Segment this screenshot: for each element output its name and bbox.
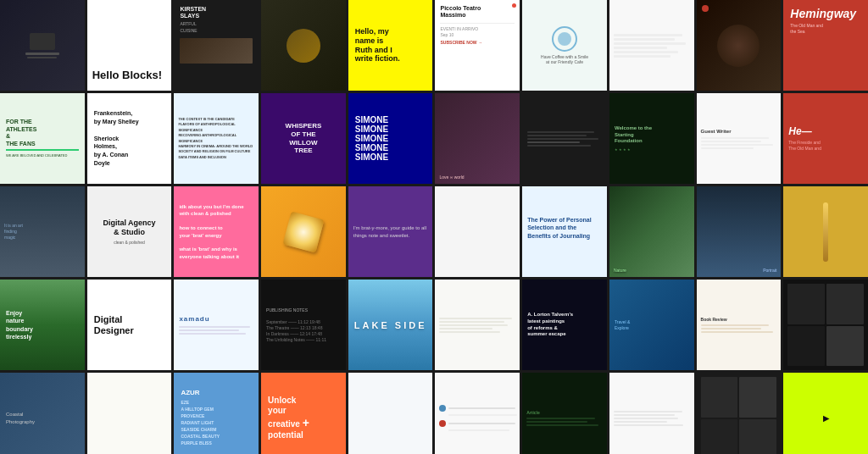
cell-travel-photo[interactable]: Travel &Explore [609, 280, 694, 370]
cell-coffee[interactable]: Have Coffee with a Smileat our Friendly … [522, 0, 607, 91]
frankenstein-title: Frankenstein,by Mary ShelleySherlockHolm… [94, 109, 139, 168]
cell-athletes[interactable]: FOR THEATHLETES&THE FANS WE ARE BELOVED … [0, 93, 85, 184]
lake-side-title: LAKE SIDE [354, 320, 427, 330]
cell-social-feed[interactable] [435, 373, 520, 454]
cell-photo-collage[interactable] [348, 373, 433, 454]
athletes-divider [6, 149, 79, 151]
ruth-title: Hello, myname isRuth and Iwrite fiction. [355, 27, 400, 64]
unlock-title: Unlockyourcreative +potential [268, 396, 309, 440]
cell-dark-notes[interactable]: PUBLISHING NOTES September —— 11:12 19:4… [261, 280, 346, 370]
cell-azur[interactable]: AZUR EZEA HILLTOP GEMPROVENCERADIANT LIG… [174, 373, 259, 454]
azur-title: AZUR [181, 390, 199, 396]
hemingway-title: Hemingway [790, 7, 856, 20]
cell-dark-article[interactable]: Article [522, 373, 607, 454]
cell-dark-floral[interactable] [697, 0, 782, 91]
cell-whispers[interactable]: WHISPERSOF THEWILLOWTREE [261, 93, 346, 184]
pink-brat-title: idk about you but I'm donewith clean & p… [179, 203, 243, 260]
cell-green-landscape[interactable]: Enjoynatureboundarytirelessly [0, 280, 85, 370]
cell-nature-photo[interactable]: Nature [609, 186, 694, 277]
cell-hemingway[interactable]: Hemingway The Old Man andthe Sea [783, 0, 868, 91]
dark-portfolio-title: A. Lorton Talvern'slatest paintingsof re… [527, 312, 573, 338]
cell-light-blog[interactable] [609, 373, 694, 454]
cell-starting-foundation[interactable]: Welcome to theStartingFoundation ★ ★ ★ ★ [609, 93, 694, 184]
green-landscape-title: Enjoynatureboundarytirelessly [6, 309, 33, 340]
cell-1[interactable] [0, 0, 85, 91]
simone-title: SIMONESIMONESIMONESIMONESIMONE [355, 115, 388, 162]
violet-title: I'm brat-y-more, your guide to allthings… [353, 224, 426, 239]
cell-portrait[interactable]: It is an artfindingmagic [0, 186, 85, 277]
cell-blog-text[interactable] [435, 280, 520, 370]
cell-pink-brat[interactable]: idk about you but I'm donewith clean & p… [174, 186, 259, 277]
cell-digital-agency[interactable]: Digital Agency& Studio clean & polished [87, 186, 172, 277]
red-dot-indicator [512, 3, 516, 8]
cell-digital-designer[interactable]: DigitalDesigner [87, 280, 172, 370]
cell-hello-blocks[interactable]: Hello Blocks! [87, 0, 172, 91]
cell-dark-blog[interactable] [522, 93, 607, 184]
digital-agency-title: Digital Agency& Studio [94, 219, 165, 237]
cell-minimal-dark[interactable] [783, 280, 868, 370]
cell-long-text[interactable] [87, 373, 172, 454]
cell-frankenstein[interactable]: Frankenstein,by Mary ShelleySherlockHolm… [87, 93, 172, 184]
neon-text: ▶ [823, 414, 829, 423]
cell-gold-stick[interactable] [783, 186, 868, 277]
template-grid: Hello Blocks! KIRSTENSLAYSARTFULCUISINE … [0, 0, 868, 454]
cell-coastal[interactable]: CoastalPhotography [0, 373, 85, 454]
cell-love-photo[interactable]: Love ∞ world [435, 93, 520, 184]
coastal-title: CoastalPhotography [6, 411, 35, 425]
cell-piccolo[interactable]: Piccolo TeatroMassimo EVENTI IN ARRIVOSe… [435, 0, 520, 91]
whispers-title: WHISPERSOF THEWILLOWTREE [286, 122, 322, 154]
publishing-notes: PUBLISHING NOTES September —— 11:12 19:4… [266, 307, 326, 343]
cell-text-blog[interactable]: The Power of PersonalSelection and theBe… [522, 186, 607, 277]
cell-anthropology[interactable]: THE CONTEXT IS THE CANDIDATE FLAVORS OF … [174, 93, 259, 184]
cell-article[interactable] [609, 0, 694, 91]
cell-ruth[interactable]: Hello, myname isRuth and Iwrite fiction. [348, 0, 433, 91]
cell-dark-min2[interactable] [697, 373, 782, 454]
cell-dark-portfolio[interactable]: A. Lorton Talvern'slatest paintingsof re… [522, 280, 607, 370]
cell-xamadu[interactable]: xamadu [174, 280, 259, 370]
cell-red-minimal[interactable]: He— The Fireside andThe Old Man and [783, 93, 868, 184]
digital-designer-title: DigitalDesigner [94, 314, 134, 335]
cell-orange-3d[interactable] [261, 186, 346, 277]
cell-lake-side[interactable]: LAKE SIDE [348, 280, 433, 370]
cell-violet-energy[interactable]: I'm brat-y-more, your guide to allthings… [348, 186, 433, 277]
kirsten-title: KIRSTENSLAYSARTFULCUISINE [180, 6, 206, 35]
azur-subtitle: EZEA HILLTOP GEMPROVENCERADIANT LIGHTSEA… [181, 399, 220, 446]
cell-book-review[interactable]: Book Review [697, 280, 782, 370]
hello-blocks-title: Hello Blocks! [92, 69, 162, 80]
cell-kirsten[interactable]: KIRSTENSLAYSARTFULCUISINE [174, 0, 259, 91]
cell-bw-gallery[interactable] [435, 186, 520, 277]
text-blog-title: The Power of PersonalSelection and theBe… [527, 216, 591, 239]
cell-neon-yellow[interactable]: ▶ [783, 373, 868, 454]
cell-dark-texture[interactable] [261, 0, 346, 91]
cell-simone[interactable]: SIMONESIMONESIMONESIMONESIMONE [348, 93, 433, 184]
cell-unlock[interactable]: Unlockyourcreative +potential [261, 373, 346, 454]
cell-literary[interactable]: Guest Writer [697, 93, 782, 184]
athletes-title: FOR THEATHLETES&THE FANS [6, 119, 36, 147]
cell-portrait2[interactable]: Portrait [697, 186, 782, 277]
